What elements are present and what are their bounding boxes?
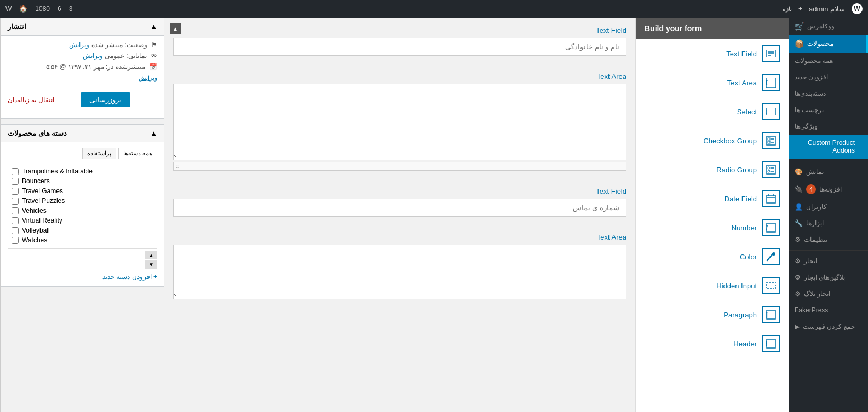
sidebar-item-label: FakerPress [795,306,828,314]
text-area-input-2[interactable] [173,245,626,299]
plugins-icon: 🔌 [795,185,803,193]
cat-tab-popular[interactable]: پراستفاده [82,148,116,159]
tools-icon: 🔧 [795,219,803,227]
cat-checkbox[interactable] [12,207,19,214]
svg-text:⌨: ⌨ [766,109,767,115]
field-label: Number [732,224,757,232]
date-value: مهر ۲۱، ۱۳۹۷ @ ۵:۵۶ [46,63,104,71]
date-edit-link[interactable]: ویرایش [139,74,157,81]
sidebar-item-plugins[interactable]: افزونه‌ها 4 🔌 [789,180,868,199]
sidebar-item-label: ایجار [804,257,817,265]
cat-tab-all[interactable]: همه دسته‌ها [118,148,157,159]
field-select[interactable]: ⌨ Select [636,97,789,126]
publish-box-toggle: ▲ [150,22,157,31]
sidebar-item-fakerpress[interactable]: FakerPress [789,302,868,318]
status-edit-link[interactable]: ویرایش [69,41,89,49]
header-icon: H [762,335,780,352]
post-sidebar: ▲ انتشار ⚑ وضعیت: منتشر شده ویرایش 👁 نما… [0,18,164,412]
sidebar-item-collect-list[interactable]: جمع کردن فهرست ▶ [789,318,868,335]
update-button[interactable]: بروزرسانی [81,92,130,107]
field-label: Hidden Input [716,282,757,290]
visibility-edit-link[interactable]: ویرایش [83,52,103,60]
admin-bar-taze[interactable]: تازه [783,5,792,13]
field-paragraph[interactable]: ¶ Paragraph [636,300,789,329]
form-section-3: Text Field [173,187,626,217]
sidebar-item-tools[interactable]: ابزارها 🔧 [789,215,868,231]
field-checkbox-group[interactable]: Checkbox Group [636,126,789,155]
admin-bar-left: W سلام admin + تازه [783,3,863,14]
form-section-2: Text Area :: [173,72,626,171]
text-area-input-1[interactable] [173,84,626,160]
sidebar-item-users[interactable]: کاربران 👤 [789,199,868,215]
form-section-4: Text Area [173,233,626,301]
woo-icon[interactable]: W [5,5,12,13]
publish-box-title: انتشار [8,22,26,31]
text-field-input-2[interactable] [173,199,626,217]
cat-item-watches: Watches [12,235,153,245]
date-icon [762,190,780,207]
resize-handle-1: :: [173,162,626,171]
categories-box-header[interactable]: ▲ دسته های محصولات [1,125,164,142]
admin-bar-right: 3 6 1080 🏠 W [5,5,72,13]
cat-scroll-up[interactable]: ▲ [145,251,157,259]
cat-checkbox[interactable] [12,188,19,195]
text-field-input-1[interactable] [173,38,626,56]
sidebar-item-settings[interactable]: تنظیمات ⚙ [789,231,868,248]
field-text-area[interactable]: T Text Area [636,68,789,97]
field-label: Text Field [726,50,757,58]
home-icon[interactable]: 🏠 [19,5,27,13]
cat-label: Watches [22,236,47,244]
date-label: منتشرشده در: [106,63,145,71]
appearance-icon: 🎨 [795,168,803,176]
sidebar-sub-custom-product-addons[interactable]: Custom Product Addons [789,135,868,159]
cat-label: Trampolines & Inflatable [22,167,93,175]
field-color[interactable]: Color [636,242,789,271]
admin-bar-count2: 6 [58,5,61,13]
sidebar-item-jetpack-blog[interactable]: ایجار بلاگ ⚙ [789,286,868,302]
cat-checkbox[interactable] [12,237,19,244]
field-header[interactable]: H Header [636,329,789,358]
svg-rect-28 [767,310,775,319]
sidebar-item-jetpack-plugins[interactable]: پلاگین‌های ایجار ⚙ [789,269,868,286]
sidebar-sub-tags[interactable]: برچسب ها [789,102,868,118]
sidebar-sub-all-products[interactable]: همه محصولات [789,53,868,69]
sidebar-sub-attributes[interactable]: ویژگی‌ها [789,118,868,135]
users-icon: 👤 [795,203,803,211]
publish-box-header[interactable]: ▲ انتشار [1,18,164,36]
admin-bar-new-icon[interactable]: + [798,5,802,13]
cat-item-vehicles: Vehicles [12,206,153,216]
field-number[interactable]: # Number [636,213,789,242]
sidebar-item-jetpack[interactable]: ایجار ⚙ [789,253,868,269]
svg-rect-7 [767,108,773,115]
sidebar-sub-add-new[interactable]: افزودن جدید [789,69,868,85]
categories-box-toggle: ▲ [150,129,157,137]
products-icon: 📦 [795,39,804,48]
woo-sidebar-icon: 🛒 [795,22,804,31]
plugins-badge: 4 [806,184,816,194]
wp-logo[interactable]: W [852,3,863,14]
field-date[interactable]: Date Field [636,184,789,213]
cat-scroll-down[interactable]: ▼ [145,260,157,269]
collapse-button[interactable]: ▲ [170,23,181,34]
cat-checkbox[interactable] [12,217,19,224]
field-hidden-input[interactable]: Hidden Input [636,271,789,300]
svg-rect-19 [767,195,775,203]
sidebar-sub-categories[interactable]: دسته‌بندی‌ها [789,85,868,102]
cat-checkbox[interactable] [12,198,19,205]
cat-checkbox[interactable] [12,168,19,175]
sidebar-item-appearance[interactable]: نمایش 🎨 [789,164,868,180]
admin-bar-count1: 3 [69,5,73,13]
sidebar-item-label: پلاگین‌های ایجار [804,274,845,281]
field-radio-group[interactable]: Radio Group [636,155,789,184]
status-icon: ⚑ [151,41,157,49]
field-text-field[interactable]: Text Field [636,39,789,68]
svg-point-16 [768,170,770,172]
section-label-1: Text Field [173,26,626,34]
cat-checkbox[interactable] [12,227,19,234]
add-category-link[interactable]: + افزودن دسته جدید [102,273,157,281]
trash-link[interactable]: انتقال به زباله‌دان [8,96,54,104]
sidebar-item-products[interactable]: محصولات 📦 [789,35,868,53]
sidebar-item-woocommerce[interactable]: ووکامرس 🛒 [789,18,868,35]
field-label: Checkbox Group [703,137,757,145]
cat-checkbox[interactable] [12,178,19,185]
